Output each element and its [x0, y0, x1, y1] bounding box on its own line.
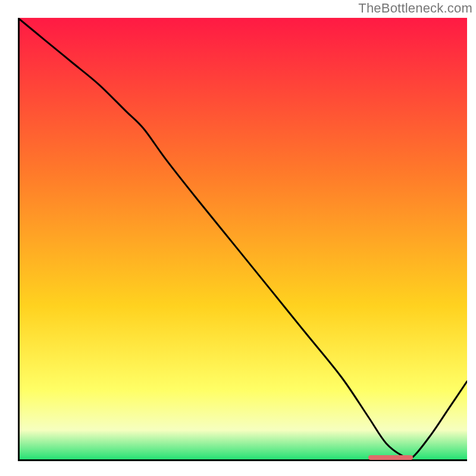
gradient-background: [18, 18, 467, 461]
chart-frame: TheBottleneck.com: [0, 0, 476, 476]
plot-area: [18, 18, 467, 461]
watermark-text: TheBottleneck.com: [358, 1, 472, 16]
optimal-marker: [368, 455, 414, 460]
plot-svg: [18, 18, 467, 461]
